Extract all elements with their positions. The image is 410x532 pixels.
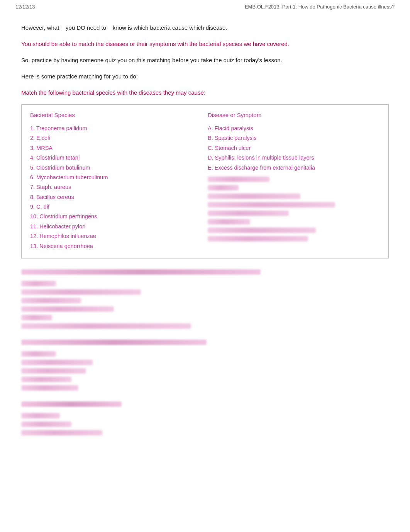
list-item: 11. Helicobacter pylori	[30, 222, 208, 231]
list-item: 5. Clostridium botulinum	[30, 163, 208, 173]
list-item: 1. Treponema pallidum	[30, 124, 208, 133]
blurred-section-3	[21, 401, 389, 435]
blurred-section-1	[21, 269, 389, 329]
blurred-disease-j	[208, 211, 380, 216]
blurred-disease-m	[208, 236, 380, 241]
disease-item: E. Excess discharge from external genita…	[208, 163, 380, 173]
disease-item: C. Stomach ulcer	[208, 143, 380, 153]
list-item: 2. E.coli	[30, 133, 208, 143]
list-item: 7. Staph. aureus	[30, 182, 208, 192]
blurred-disease-f	[208, 177, 380, 182]
blurred-disease-h	[208, 194, 380, 199]
blurred-disease-i	[208, 202, 380, 207]
list-item: 10. Clostridium perfringens	[30, 212, 208, 221]
blurred-disease-l	[208, 228, 380, 233]
header: 12/12/13 EMB.OL.F2013: Part 1: How do Pa…	[0, 0, 410, 12]
disease-item: D. Syphilis, lesions in multiple tissue …	[208, 153, 380, 163]
paragraph-1: However, what you DO need to know is whi…	[21, 23, 389, 32]
table-body: 1. Treponema pallidum 2. E.coli 3. MRSA …	[30, 124, 380, 251]
disease-item: B. Spastic paralysis	[208, 133, 380, 143]
paragraph-4: Here is some practice matching for you t…	[21, 72, 389, 81]
paragraph-3: So, practice by having someone quiz you …	[21, 56, 389, 65]
list-item: 6. Mycobacterium tuberculinum	[30, 173, 208, 182]
paragraph-2: You should be able to match the diseases…	[21, 39, 389, 49]
emphasis-you-do: you DO need to	[66, 24, 106, 31]
content: However, what you DO need to know is whi…	[0, 12, 410, 462]
col-left-header: Bacterial Species	[30, 112, 208, 118]
header-date: 12/12/13	[15, 4, 35, 10]
diseases-list: A. Flacid paralysis B. Spastic paralysis…	[208, 124, 380, 251]
bacteria-list: 1. Treponema pallidum 2. E.coli 3. MRSA …	[30, 124, 208, 251]
blurred-disease-g	[208, 185, 380, 190]
table-header-row: Bacterial Species Disease or Symptom	[30, 112, 380, 118]
header-title: EMB.OL.F2013: Part 1: How do Pathogenic …	[245, 4, 395, 10]
disease-item: A. Flacid paralysis	[208, 124, 380, 133]
list-item: 4. Clostridium tetani	[30, 153, 208, 163]
list-item: 12. Hemophilus influenzae	[30, 231, 208, 241]
list-item: 8. Bacillus cereus	[30, 192, 208, 202]
blurred-section-2	[21, 340, 389, 391]
list-item: 3. MRSA	[30, 143, 208, 153]
list-item: 13. Neisceria gonorrhoea	[30, 241, 208, 251]
col-right-header: Disease or Symptom	[208, 112, 380, 118]
paragraph-5: Match the following bacterial species wi…	[21, 88, 389, 97]
matching-table: Bacterial Species Disease or Symptom 1. …	[21, 104, 389, 258]
blurred-disease-k	[208, 219, 380, 224]
list-item: 9. C. dif	[30, 202, 208, 212]
